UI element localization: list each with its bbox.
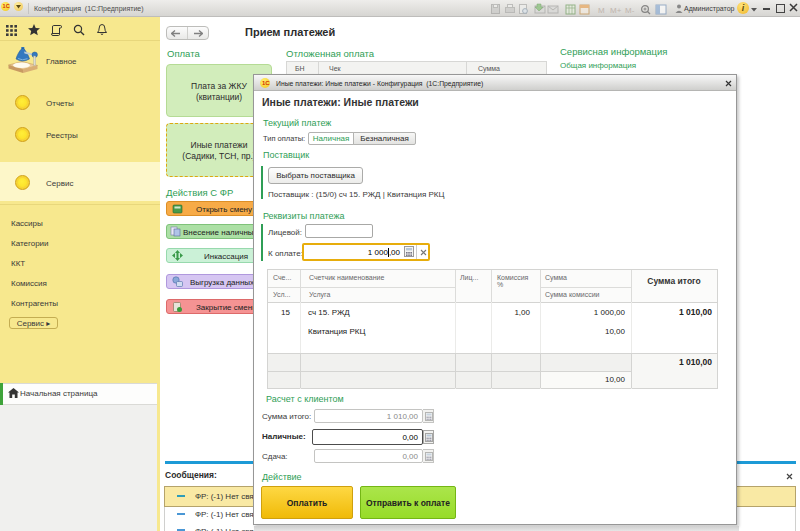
svg-text:М-: М- [625, 6, 635, 15]
svg-text:М: М [598, 6, 605, 15]
svg-text:М+: М+ [610, 6, 622, 15]
